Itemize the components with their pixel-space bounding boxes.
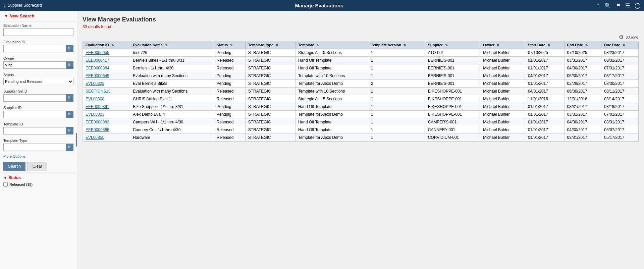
table-cell: Pending	[214, 49, 245, 57]
supplier-id-group: Supplier ID 🔍	[0, 104, 77, 120]
clear-button[interactable]: Clear	[28, 162, 47, 171]
table-cell: STRATEGIC	[245, 111, 295, 118]
table-cell: 1	[368, 111, 425, 118]
owner-group: Owner 🔍	[0, 54, 77, 71]
table-cell[interactable]: EVL00323	[83, 111, 130, 118]
table-cell: STRATEGIC	[245, 118, 295, 126]
table-cell[interactable]: EEE0000384	[83, 64, 130, 72]
supplier-id-input[interactable]	[3, 111, 66, 118]
sort-icon: ⇅	[404, 44, 406, 47]
table-cell: Bernie's Bikes - 1/1 thru 3/31	[130, 57, 214, 64]
table-cell: Released	[214, 134, 245, 142]
menu-icon[interactable]: ☰	[625, 2, 630, 9]
table-cell: 04/30/2017	[564, 64, 601, 72]
template-type-input[interactable]	[3, 144, 66, 151]
table-row: EEE0000645Evaluation with many SectionsP…	[83, 72, 639, 80]
table-cell: 1	[368, 118, 425, 126]
col-evaluation-name[interactable]: Evaluation Name ⇅	[130, 41, 214, 49]
owner-input[interactable]	[3, 61, 66, 69]
col-template[interactable]: Template ⇅	[295, 41, 368, 49]
table-row: EEE0000386Cannery Co - 1/1 thru 4/30Rele…	[83, 126, 639, 134]
table-cell: 02/28/2017	[564, 80, 601, 88]
owner-search-btn[interactable]: 🔍	[66, 61, 73, 69]
search-button[interactable]: Search	[3, 162, 25, 171]
template-id-search-btn[interactable]: 🔍	[66, 127, 73, 134]
sort-icon: ⇅	[276, 44, 278, 47]
template-id-label: Template ID	[3, 122, 73, 126]
col-evaluation-id[interactable]: Evaluation ID ⇅	[83, 41, 130, 49]
table-cell: 07/10/2025	[564, 49, 601, 57]
template-id-group: Template ID 🔍	[0, 120, 77, 137]
released-checkbox[interactable]	[3, 182, 8, 186]
status-select[interactable]: Pending and Released Pending Released Cl…	[3, 78, 73, 85]
table-cell: 1	[368, 103, 425, 111]
table-cell[interactable]: EEE0000417	[83, 57, 130, 64]
supplier-id-search-btn[interactable]: 🔍	[66, 111, 73, 118]
table-cell: 1	[368, 134, 425, 142]
sort-icon: ⇅	[585, 44, 588, 47]
owner-label: Owner	[3, 56, 73, 60]
table-cell[interactable]: EVL00329	[83, 80, 130, 88]
back-nav[interactable]: ‹ Supplier Scorecard	[3, 3, 42, 8]
settings-icon[interactable]: ⚙	[619, 34, 624, 40]
col-status[interactable]: Status ⇅	[214, 41, 245, 49]
table-cell[interactable]: SECTIONS10	[83, 88, 130, 95]
template-id-input[interactable]	[3, 127, 66, 134]
table-cell: Released	[214, 57, 245, 64]
evaluation-id-input-group: 🔍	[3, 45, 73, 52]
home-icon[interactable]: ⌂	[596, 2, 600, 8]
table-cell: 01/01/2017	[525, 80, 564, 88]
table-cell: Michael Buhler	[480, 134, 525, 142]
table-cell: STRATEGIC	[245, 64, 295, 72]
table-cell: BERNIE'S-001	[425, 64, 480, 72]
table-cell[interactable]: EVL00308	[83, 95, 130, 103]
table-cell: BERNIE'S-001	[425, 80, 480, 88]
user-icon[interactable]: ◯	[635, 2, 641, 9]
col-start-date[interactable]: Start Date ⇅	[525, 41, 564, 49]
more-options-link[interactable]: More Options	[0, 153, 77, 160]
table-cell: STRATEGIC	[245, 49, 295, 57]
table-cell[interactable]: EEE0000391	[83, 103, 130, 111]
table-cell: 01/01/2017	[525, 64, 564, 72]
supplier-setid-input[interactable]	[3, 94, 66, 102]
evaluation-id-input[interactable]	[3, 45, 66, 52]
table-cell[interactable]: EVL00355	[83, 134, 130, 142]
table-cell[interactable]: EEE0000655	[83, 49, 130, 57]
col-template-type[interactable]: Template Type ⇅	[245, 41, 295, 49]
table-cell: 08/31/2017	[601, 118, 639, 126]
rows-info: 33 rows	[626, 35, 639, 39]
table-cell[interactable]: EEE0000386	[83, 126, 130, 134]
col-template-version[interactable]: Template Version ⇅	[368, 41, 425, 49]
table-cell: Hand Off Template	[295, 103, 368, 111]
table-cell: Released	[214, 118, 245, 126]
table-toolbar: ⚙ 33 rows	[83, 34, 639, 40]
new-search-button[interactable]: New Search	[0, 11, 77, 21]
table-row: EEE0000417Bernie's Bikes - 1/1 thru 3/31…	[83, 57, 639, 64]
sidebar-collapse-button[interactable]: ❮	[76, 133, 77, 147]
table-cell: 1	[368, 57, 425, 64]
evaluation-name-input[interactable]	[3, 29, 73, 36]
table-cell: Template with 10 Sections	[295, 88, 368, 95]
table-cell: Michael Buhler	[480, 72, 525, 80]
col-supplier[interactable]: Supplier ⇅	[425, 41, 480, 49]
search-icon[interactable]: 🔍	[604, 2, 611, 9]
table-row: EEE0000382Campers WH - 1/1 thru 4/30Rele…	[83, 118, 639, 126]
col-owner[interactable]: Owner ⇅	[480, 41, 525, 49]
table-cell: Hardware	[130, 134, 214, 142]
template-type-label: Template Type	[3, 139, 73, 143]
table-cell[interactable]: EEE0000382	[83, 118, 130, 126]
table-cell[interactable]: EEE0000645	[83, 72, 130, 80]
table-cell: 03/31/2017	[564, 103, 601, 111]
table-row: EEE0000391Bike Shopper - 1/1 thru 3/31Pe…	[83, 103, 639, 111]
table-cell: 07/31/2017	[601, 64, 639, 72]
supplier-setid-search-btn[interactable]: 🔍	[66, 94, 73, 102]
table-cell: STRATEGIC	[245, 95, 295, 103]
table-cell: 03/31/2017	[564, 111, 601, 118]
col-due-date[interactable]: Due Date ⇅	[601, 41, 639, 49]
flag-icon[interactable]: ⚑	[616, 2, 621, 9]
template-type-search-btn[interactable]: 🔍	[66, 144, 73, 151]
table-cell: test 726	[130, 49, 214, 57]
evaluation-id-search-btn[interactable]: 🔍	[66, 45, 73, 52]
col-end-date[interactable]: End Date ⇅	[564, 41, 601, 49]
table-cell: STRATEGIC	[245, 103, 295, 111]
